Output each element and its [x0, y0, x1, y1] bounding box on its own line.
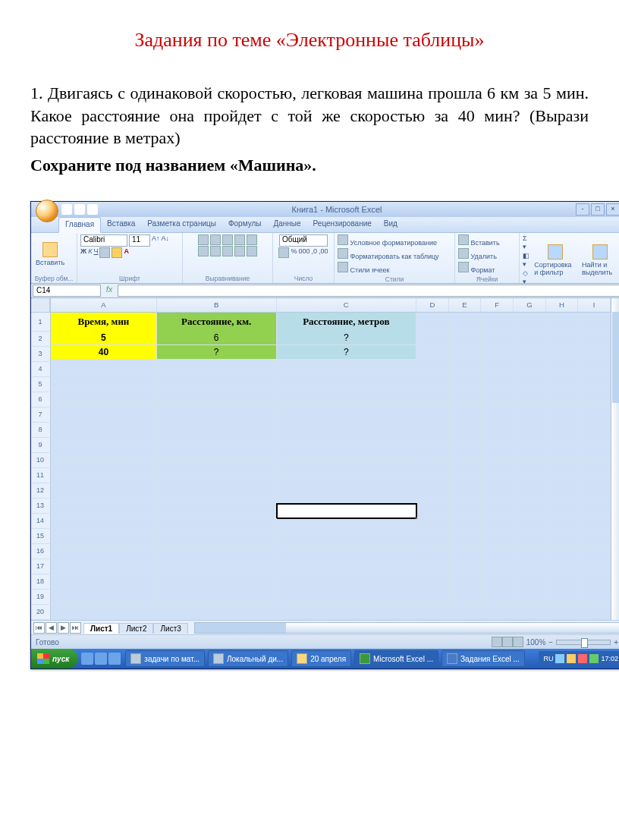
cell[interactable]	[157, 432, 277, 446]
cell[interactable]	[277, 461, 416, 475]
cell[interactable]	[578, 518, 611, 533]
cell[interactable]	[416, 475, 449, 489]
tab-home[interactable]: Главная	[58, 217, 101, 233]
cell[interactable]	[157, 446, 277, 461]
cell[interactable]	[449, 313, 482, 332]
row-header[interactable]: 14	[31, 514, 49, 529]
italic-button[interactable]: К	[88, 247, 92, 258]
row-header[interactable]: 20	[31, 605, 49, 620]
tray-icon[interactable]	[578, 654, 587, 663]
cell[interactable]	[416, 576, 449, 590]
tab-review[interactable]: Рецензирование	[307, 217, 378, 232]
cell[interactable]	[546, 446, 579, 461]
taskbar-item[interactable]: задачи по мат...	[125, 650, 205, 667]
select-all-corner[interactable]	[31, 298, 50, 313]
cell[interactable]	[578, 345, 611, 360]
cell[interactable]	[546, 590, 579, 605]
cell[interactable]	[416, 562, 449, 576]
tab-insert[interactable]: Вставка	[101, 217, 141, 232]
cell[interactable]	[449, 432, 482, 446]
paste-button[interactable]: Вставить	[34, 241, 66, 268]
cell[interactable]	[416, 461, 449, 475]
zoom-out-icon[interactable]: −	[548, 638, 553, 647]
cell[interactable]	[449, 475, 482, 489]
zoom-slider[interactable]: − +	[548, 638, 618, 647]
cell-C14-selected[interactable]	[277, 504, 416, 518]
view-layout-icon[interactable]	[502, 637, 513, 647]
grow-font-icon[interactable]: A↑	[152, 234, 160, 247]
cell[interactable]	[578, 576, 611, 590]
worksheet-grid[interactable]: 1 2 3 4 5 6 7 8 9 10 11 12 13 14 15 16 1…	[31, 298, 619, 620]
row-header[interactable]: 4	[31, 362, 49, 377]
cell-C1[interactable]: Расстояние, метров	[277, 313, 416, 332]
sheet-tab[interactable]: Лист3	[153, 623, 187, 634]
cell[interactable]	[546, 576, 579, 590]
cell[interactable]	[546, 331, 579, 345]
row-header[interactable]: 19	[31, 590, 49, 605]
cell[interactable]	[449, 331, 482, 345]
row-header[interactable]: 8	[31, 423, 49, 438]
cell[interactable]	[514, 475, 546, 489]
cell[interactable]	[157, 374, 277, 389]
align-top-icon[interactable]	[198, 234, 209, 245]
ql-icon[interactable]	[81, 653, 93, 665]
vertical-scrollbar[interactable]	[611, 298, 619, 620]
cell[interactable]	[277, 417, 416, 432]
orientation-icon[interactable]	[234, 234, 245, 245]
cell[interactable]	[546, 504, 579, 518]
col-header[interactable]: B	[157, 298, 277, 312]
undo-icon[interactable]	[74, 204, 85, 215]
cell[interactable]	[514, 313, 546, 332]
cell[interactable]	[449, 461, 482, 475]
tray-icon[interactable]	[589, 654, 599, 663]
cell[interactable]	[481, 518, 514, 533]
inc-decimal-icon[interactable]: ,0	[312, 247, 318, 258]
row-header[interactable]: 15	[31, 529, 49, 544]
cell[interactable]	[277, 475, 416, 489]
cell[interactable]	[277, 547, 416, 562]
sheet-nav-last-icon[interactable]: ⏭	[70, 622, 81, 634]
cell[interactable]	[449, 345, 482, 360]
cell[interactable]	[51, 475, 157, 489]
cell[interactable]	[157, 576, 277, 590]
cell-B1[interactable]: Расстояние, км.	[157, 313, 277, 332]
align-bottom-icon[interactable]	[222, 234, 233, 245]
cell[interactable]	[514, 331, 546, 345]
cell[interactable]	[277, 533, 416, 547]
tab-data[interactable]: Данные	[267, 217, 306, 232]
align-left-icon[interactable]	[198, 246, 209, 256]
cell[interactable]	[514, 403, 546, 417]
cell[interactable]	[157, 461, 277, 475]
cell[interactable]	[449, 547, 482, 562]
row-header[interactable]: 6	[31, 392, 49, 407]
cell[interactable]	[546, 360, 579, 374]
insert-cells-button[interactable]: Вставить	[458, 234, 500, 247]
bold-button[interactable]: Ж	[80, 247, 86, 258]
cell[interactable]	[416, 533, 449, 547]
cell[interactable]	[51, 547, 157, 562]
number-format-select[interactable]: Общий	[279, 234, 328, 247]
cell[interactable]	[157, 417, 277, 432]
view-pagebreak-icon[interactable]	[513, 637, 523, 647]
sheet-nav-next-icon[interactable]: ▶	[58, 622, 69, 634]
cell[interactable]	[514, 562, 546, 576]
cell[interactable]	[481, 533, 514, 547]
tray-icon[interactable]	[567, 654, 576, 663]
start-button[interactable]: пуск	[31, 649, 78, 669]
merge-icon[interactable]	[247, 246, 257, 256]
cell[interactable]	[481, 331, 514, 345]
font-name-input[interactable]: Calibri	[80, 234, 127, 247]
name-box[interactable]: C14	[33, 285, 101, 297]
format-cells-button[interactable]: Формат	[458, 262, 495, 275]
cell[interactable]	[51, 403, 157, 417]
cell[interactable]	[578, 331, 611, 345]
find-select-button[interactable]: Найти и выделить	[580, 243, 619, 278]
cell[interactable]	[514, 374, 546, 389]
tray-icon[interactable]	[555, 654, 564, 663]
cell[interactable]	[449, 590, 482, 605]
cell[interactable]	[578, 489, 611, 504]
cell[interactable]	[277, 590, 416, 605]
cell[interactable]	[514, 389, 546, 403]
cell[interactable]	[481, 417, 514, 432]
cell[interactable]	[546, 432, 579, 446]
